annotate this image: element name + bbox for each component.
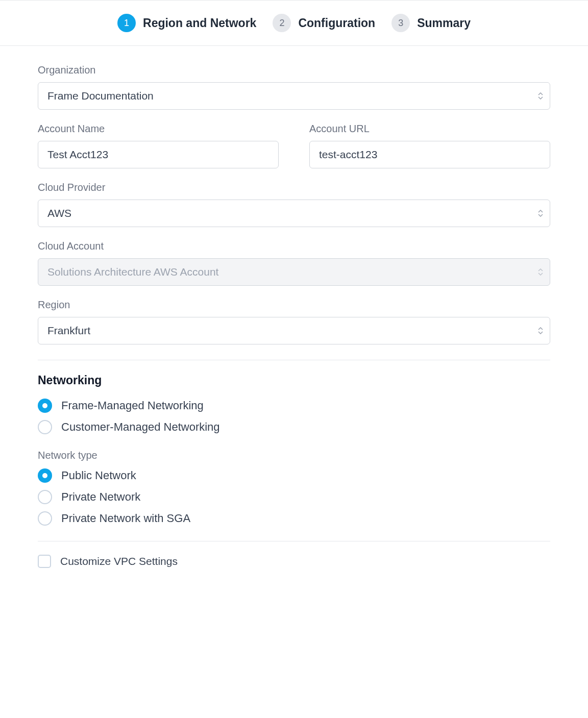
region-label: Region — [38, 299, 550, 311]
radio-label: Customer-Managed Networking — [61, 420, 220, 434]
radio-private-network[interactable]: Private Network — [38, 490, 550, 504]
field-cloud-account: Cloud Account Solutions Architecture AWS… — [38, 240, 550, 286]
radio-icon — [38, 490, 52, 504]
radio-public-network[interactable]: Public Network — [38, 468, 550, 483]
divider — [38, 541, 550, 541]
radio-icon — [38, 420, 52, 434]
region-value: Frankfurt — [47, 325, 90, 337]
step-summary[interactable]: 3 Summary — [391, 14, 471, 32]
field-account-url: Account URL — [309, 123, 550, 168]
network-type-group: Public Network Private Network Private N… — [38, 468, 550, 526]
radio-label: Private Network — [61, 490, 140, 504]
cloud-provider-value: AWS — [47, 207, 71, 219]
cloud-provider-select[interactable]: AWS — [38, 200, 550, 227]
step-configuration[interactable]: 2 Configuration — [273, 14, 375, 32]
step-label: Configuration — [298, 16, 375, 30]
step-number-badge: 3 — [391, 14, 410, 32]
step-label: Summary — [417, 16, 471, 30]
step-label: Region and Network — [143, 16, 256, 30]
checkbox-customize-vpc[interactable]: Customize VPC Settings — [38, 555, 550, 568]
organization-label: Organization — [38, 64, 550, 76]
networking-title: Networking — [38, 374, 550, 387]
account-name-label: Account Name — [38, 123, 279, 135]
cloud-provider-label: Cloud Provider — [38, 182, 550, 193]
radio-private-network-sga[interactable]: Private Network with SGA — [38, 511, 550, 526]
step-number-badge: 2 — [273, 14, 291, 32]
organization-select[interactable]: Frame Documentation — [38, 82, 550, 110]
field-account-name: Account Name — [38, 123, 279, 168]
radio-icon — [38, 511, 52, 526]
checkbox-label: Customize VPC Settings — [60, 555, 178, 567]
radio-icon — [38, 468, 52, 483]
radio-label: Private Network with SGA — [61, 512, 190, 525]
field-region: Region Frankfurt — [38, 299, 550, 344]
step-number-badge: 1 — [117, 14, 136, 32]
radio-frame-managed[interactable]: Frame-Managed Networking — [38, 399, 550, 413]
radio-label: Public Network — [61, 469, 136, 482]
field-cloud-provider: Cloud Provider AWS — [38, 182, 550, 227]
divider — [38, 360, 550, 360]
stepper: 1 Region and Network 2 Configuration 3 S… — [0, 1, 588, 46]
networking-mode-group: Frame-Managed Networking Customer-Manage… — [38, 399, 550, 434]
field-organization: Organization Frame Documentation — [38, 64, 550, 110]
radio-customer-managed[interactable]: Customer-Managed Networking — [38, 420, 550, 434]
form-region-network: Organization Frame Documentation Account… — [0, 46, 588, 599]
step-region-network[interactable]: 1 Region and Network — [117, 14, 256, 32]
organization-value: Frame Documentation — [47, 90, 154, 102]
radio-icon — [38, 399, 52, 413]
radio-label: Frame-Managed Networking — [61, 399, 204, 412]
cloud-account-select: Solutions Architecture AWS Account — [38, 258, 550, 286]
region-select[interactable]: Frankfurt — [38, 317, 550, 344]
account-url-label: Account URL — [309, 123, 550, 135]
cloud-account-label: Cloud Account — [38, 240, 550, 252]
account-name-input[interactable] — [38, 141, 279, 168]
account-url-input[interactable] — [309, 141, 550, 168]
checkbox-icon — [38, 555, 51, 568]
cloud-account-value: Solutions Architecture AWS Account — [47, 266, 218, 278]
network-type-label: Network type — [38, 450, 550, 461]
